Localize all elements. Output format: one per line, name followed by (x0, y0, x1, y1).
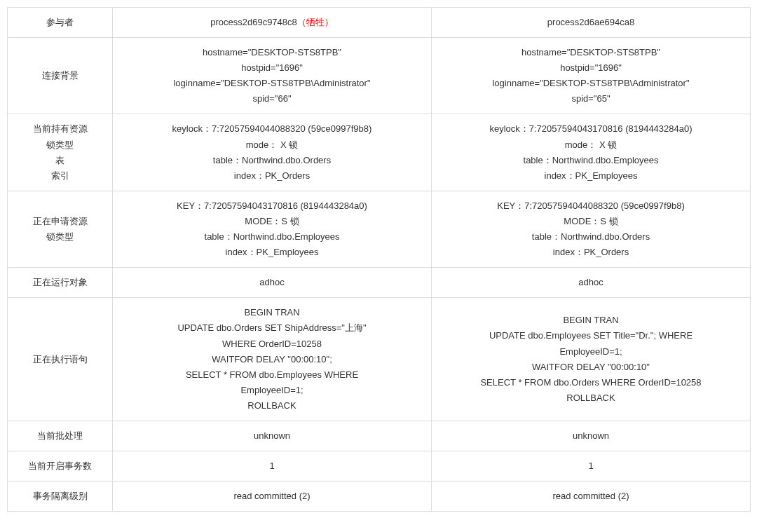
connection-col2: hostname="DESKTOP-STS8TPB" hostpid="1696… (432, 38, 751, 114)
running-object-col1: adhoc (113, 268, 432, 298)
open-tran-col2: 1 (432, 451, 751, 482)
process-id-victim: process2d69c9748c8 (210, 17, 297, 27)
table-row: 正在执行语句 BEGIN TRAN UPDATE dbo.Orders SET … (8, 298, 751, 421)
isolation-col2: read committed (2) (432, 482, 751, 512)
table-row: 当前批处理 unknown unknown (8, 421, 751, 451)
connection-col1: hostname="DESKTOP-STS8TPB" hostpid="1696… (113, 38, 432, 114)
row-label-current-resource: 当前持有资源 锁类型 表 索引 (8, 114, 113, 191)
current-resource-col1: keylock：7:72057594044088320 (59ce0997f9b… (113, 114, 432, 191)
current-batch-col2: unknown (432, 421, 751, 451)
row-label-isolation: 事务隔离级别 (8, 482, 113, 512)
table-row: 连接背景 hostname="DESKTOP-STS8TPB" hostpid=… (8, 38, 751, 114)
row-label-open-tran: 当前开启事务数 (8, 451, 113, 482)
table-row: 正在运行对象 adhoc adhoc (8, 268, 751, 298)
participant-col1: process2d69c9748c8（牺牲） (113, 8, 432, 38)
isolation-col1: read committed (2) (113, 482, 432, 512)
participant-col2: process2d6ae694ca8 (432, 8, 751, 38)
executing-stmt-col2: BEGIN TRAN UPDATE dbo.Employees SET Titl… (432, 298, 751, 421)
open-tran-col1: 1 (113, 451, 432, 482)
row-label-connection: 连接背景 (8, 38, 113, 114)
victim-label: （牺牲） (297, 17, 334, 27)
table-row: 正在申请资源 锁类型 KEY：7:72057594043170816 (8194… (8, 191, 751, 267)
current-batch-col1: unknown (113, 421, 432, 451)
requesting-resource-col2: KEY：7:72057594044088320 (59ce0997f9b8) M… (432, 191, 751, 267)
deadlock-info-table: 参与者 process2d69c9748c8（牺牲） process2d6ae6… (7, 7, 751, 512)
current-resource-col2: keylock：7:72057594043170816 (8194443284a… (432, 114, 751, 191)
row-label-running-object: 正在运行对象 (8, 268, 113, 298)
table-row: 当前持有资源 锁类型 表 索引 keylock：7:72057594044088… (8, 114, 751, 191)
row-label-requesting-resource: 正在申请资源 锁类型 (8, 191, 113, 267)
table-row: 参与者 process2d69c9748c8（牺牲） process2d6ae6… (8, 8, 751, 38)
requesting-resource-col1: KEY：7:72057594043170816 (8194443284a0) M… (113, 191, 432, 267)
table-row: 当前开启事务数 1 1 (8, 451, 751, 482)
executing-stmt-col1: BEGIN TRAN UPDATE dbo.Orders SET ShipAdd… (113, 298, 432, 421)
row-label-current-batch: 当前批处理 (8, 421, 113, 451)
running-object-col2: adhoc (432, 268, 751, 298)
row-label-participant: 参与者 (8, 8, 113, 38)
table-row: 事务隔离级别 read committed (2) read committed… (8, 482, 751, 512)
row-label-executing-stmt: 正在执行语句 (8, 298, 113, 421)
